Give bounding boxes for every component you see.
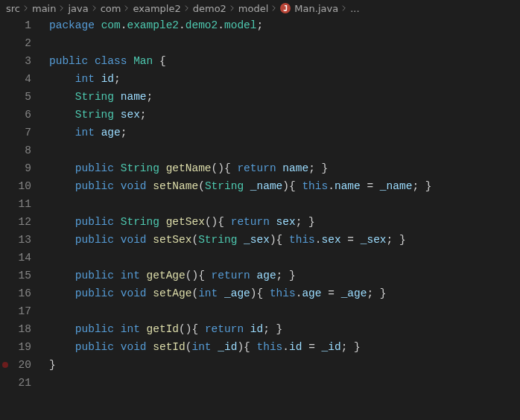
code-token: ; }	[276, 270, 296, 281]
code-line[interactable]: public String getName(){ return name; }	[49, 159, 520, 177]
line-number[interactable]: 20	[0, 356, 31, 374]
code-line[interactable]: public void setName(String _name){ this.…	[49, 177, 520, 195]
code-token: setId	[153, 341, 186, 353]
code-line[interactable]: public void setAge(int _age){ this.age =…	[49, 284, 520, 302]
line-number[interactable]: 8	[0, 141, 31, 159]
code-token: _sex	[244, 234, 270, 246]
breadcrumb-segment[interactable]: java	[68, 3, 88, 14]
line-number[interactable]: 11	[0, 195, 31, 213]
code-editor[interactable]: 123456789101112131415161718192021 packag…	[0, 16, 520, 420]
code-token	[49, 109, 75, 121]
code-token: id	[289, 341, 302, 353]
code-token	[49, 127, 75, 139]
code-token: class	[95, 55, 127, 67]
breadcrumb-more[interactable]: ...	[350, 3, 359, 14]
code-token: ; }	[387, 234, 406, 246]
breadcrumb-file[interactable]: JMan.java	[280, 3, 338, 14]
code-token: (){	[179, 323, 198, 335]
breadcrumb: srcmainjavacomexample2demo2modelJMan.jav…	[0, 0, 520, 16]
line-number[interactable]: 9	[0, 159, 31, 177]
code-line[interactable]: public void setId(int _id){ this.id = _i…	[49, 338, 520, 356]
code-token: String	[198, 234, 237, 246]
code-token	[140, 323, 147, 335]
code-token	[159, 162, 166, 174]
code-token: model	[224, 19, 257, 31]
code-token: name	[334, 180, 361, 192]
line-number[interactable]: 2	[0, 34, 31, 52]
code-line[interactable]: public void setSex(String _sex){ this.se…	[49, 231, 520, 249]
code-line[interactable]	[49, 374, 520, 392]
line-number-gutter[interactable]: 123456789101112131415161718192021	[0, 16, 46, 420]
line-number[interactable]: 21	[0, 374, 31, 392]
code-token	[49, 216, 75, 228]
breadcrumb-segment[interactable]: example2	[133, 3, 180, 14]
code-token: ; }	[367, 287, 386, 299]
code-token	[263, 287, 270, 299]
code-token	[153, 55, 159, 67]
code-token	[114, 162, 121, 174]
code-line[interactable]: int age;	[49, 124, 520, 141]
line-number[interactable]: 19	[0, 338, 31, 356]
code-line[interactable]: }	[49, 356, 520, 374]
line-number[interactable]: 10	[0, 177, 31, 195]
line-number[interactable]: 18	[0, 320, 31, 338]
code-token: getAge	[147, 270, 186, 281]
code-line[interactable]: String name;	[49, 88, 520, 106]
line-number[interactable]: 7	[0, 124, 31, 141]
code-token	[114, 270, 121, 281]
code-token: name	[282, 162, 308, 174]
line-number[interactable]: 1	[0, 16, 31, 34]
code-token	[95, 73, 101, 85]
code-line[interactable]: int id;	[49, 70, 520, 88]
line-number[interactable]: 17	[0, 302, 31, 320]
code-token: (){	[186, 270, 205, 281]
code-token: id	[250, 323, 263, 335]
code-token: String	[75, 109, 114, 121]
code-line[interactable]	[49, 141, 520, 159]
chevron-right-icon	[340, 4, 348, 12]
line-number[interactable]: 13	[0, 231, 31, 249]
breadcrumb-segment[interactable]: model	[238, 3, 268, 14]
code-line[interactable]	[49, 34, 520, 52]
code-token: .	[328, 180, 334, 192]
code-line[interactable]: public int getAge(){ return age; }	[49, 267, 520, 284]
code-token: ; }	[308, 162, 328, 174]
breadcrumb-segment[interactable]: com	[101, 3, 121, 14]
line-number[interactable]: 6	[0, 106, 31, 124]
code-token: public	[75, 287, 114, 299]
line-number[interactable]: 14	[0, 249, 31, 267]
code-line[interactable]: public String getSex(){ return sex; }	[49, 213, 520, 231]
breadcrumb-segment[interactable]: src	[6, 3, 20, 14]
code-token: this	[257, 341, 283, 353]
breadcrumb-segment[interactable]: main	[32, 3, 56, 14]
code-line[interactable]	[49, 195, 520, 213]
code-token: package	[49, 19, 95, 31]
code-line[interactable]: public class Man {	[49, 52, 520, 70]
breadcrumb-segment[interactable]: demo2	[193, 3, 226, 14]
code-token	[140, 270, 147, 281]
code-token: public	[75, 216, 114, 228]
code-line[interactable]: package com.example2.demo2.model;	[49, 16, 520, 34]
code-line[interactable]	[49, 249, 520, 267]
line-number[interactable]: 16	[0, 284, 31, 302]
code-token: _age	[224, 287, 250, 299]
code-line[interactable]: String sex;	[49, 106, 520, 124]
code-area[interactable]: package com.example2.demo2.model; public…	[46, 16, 520, 420]
code-token	[270, 216, 276, 228]
code-token: return	[212, 270, 250, 281]
line-number[interactable]: 5	[0, 88, 31, 106]
code-token	[282, 234, 289, 246]
line-number[interactable]: 12	[0, 213, 31, 231]
code-token	[237, 234, 244, 246]
chevron-right-icon	[58, 4, 66, 12]
code-token: ){	[250, 287, 263, 299]
code-line[interactable]: public int getId(){ return id; }	[49, 320, 520, 338]
line-number[interactable]: 15	[0, 267, 31, 284]
code-token	[159, 216, 166, 228]
code-token	[373, 180, 380, 192]
line-number[interactable]: 4	[0, 70, 31, 88]
line-number[interactable]: 3	[0, 52, 31, 70]
code-token: _age	[341, 287, 367, 299]
code-line[interactable]	[49, 302, 520, 320]
code-token: ){	[270, 234, 282, 246]
